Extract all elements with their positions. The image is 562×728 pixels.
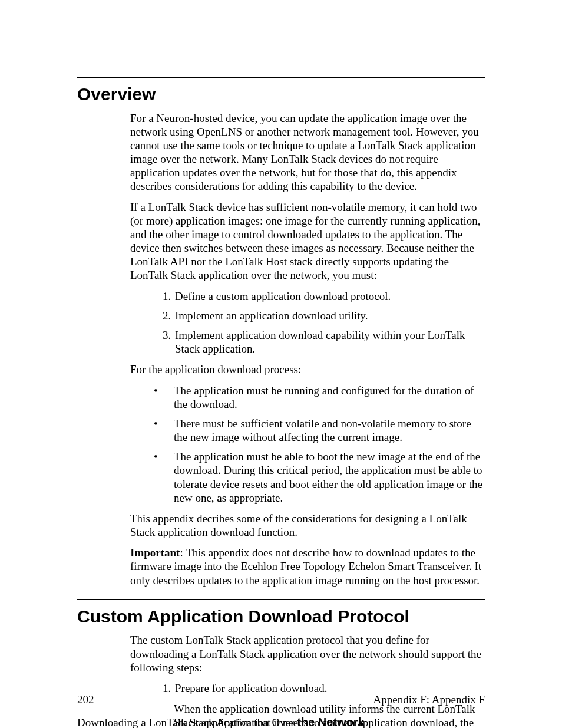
footer-title-bold: the Network: [297, 716, 364, 728]
list-item: The application must be running and conf…: [154, 384, 485, 411]
list-item: Implement an application download utilit…: [174, 309, 485, 322]
heading-overview: Overview: [77, 77, 485, 106]
para: If a LonTalk Stack device has sufficient…: [130, 200, 485, 282]
custom-protocol-body: The custom LonTalk Stack application pro…: [130, 633, 485, 728]
page-number: 202: [77, 693, 94, 706]
list-item: The application must be able to boot the…: [154, 450, 485, 505]
section-custom-protocol: Custom Application Download Protocol The…: [77, 599, 485, 728]
para: The custom LonTalk Stack application pro…: [130, 633, 485, 674]
heading-custom-protocol: Custom Application Download Protocol: [77, 599, 485, 628]
overview-body: For a Neuron-hosted device, you can upda…: [130, 111, 485, 587]
appendix-label: Appendix F: Appendix F: [373, 693, 485, 706]
footer-title-pre: Downloading a LonTalk Stack Application …: [77, 716, 297, 728]
para: For the application download process:: [130, 363, 485, 376]
list-item: There must be sufficient volatile and no…: [154, 417, 485, 444]
list-item: Define a custom application download pro…: [174, 289, 485, 303]
footer-title: Downloading a LonTalk Stack Application …: [77, 715, 365, 728]
page-content: Overview For a Neuron-hosted device, you…: [77, 77, 485, 728]
list-item: Implement application download capabilit…: [174, 328, 485, 355]
para: This appendix decribes some of the consi…: [130, 512, 485, 539]
important-label: Important: [130, 546, 180, 559]
important-text: : This appendix does not describe how to…: [130, 546, 481, 586]
bullet-list: The application must be running and conf…: [130, 384, 485, 505]
numbered-list: Define a custom application download pro…: [130, 289, 485, 356]
important-note: Important: This appendix does not descri…: [130, 546, 485, 587]
para: For a Neuron-hosted device, you can upda…: [130, 111, 485, 193]
